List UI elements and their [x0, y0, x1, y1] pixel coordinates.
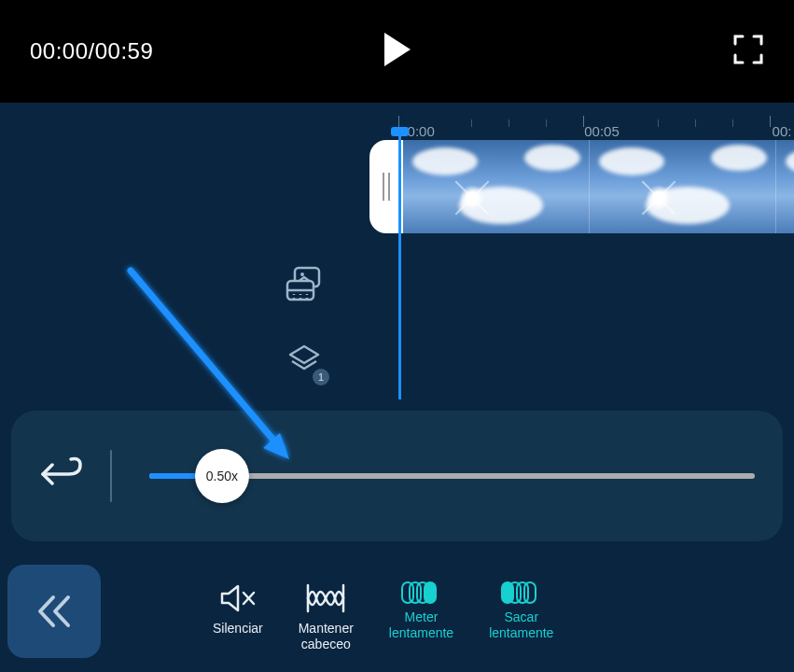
waveform-icon [304, 581, 347, 615]
ease-out-label: Sacar lentamente [489, 609, 553, 641]
total-time: 00:59 [95, 38, 154, 63]
chevrons-left-icon [33, 590, 76, 633]
media-tracks-button[interactable] [284, 266, 325, 307]
speed-control-panel: 0.50x [11, 411, 783, 541]
svg-point-1 [300, 273, 304, 276]
player-topbar: 00:00/00:59 [0, 0, 794, 103]
timeline-area[interactable]: 00:00 00:05 00: [0, 103, 794, 401]
separator [110, 450, 112, 502]
collapse-panel-button[interactable] [7, 565, 101, 658]
mute-icon [218, 581, 258, 615]
ruler-label: 00:05 [584, 123, 620, 139]
layers-button[interactable]: 1 [286, 344, 322, 380]
fullscreen-icon [732, 34, 764, 65]
play-button[interactable] [381, 31, 414, 72]
ease-in-icon [407, 581, 437, 604]
playback-time: 00:00/00:59 [30, 38, 153, 64]
layers-count-badge: 1 [313, 369, 329, 385]
ruler-label: 00: [773, 123, 792, 139]
clip-thumbnail [776, 140, 794, 233]
mute-option[interactable]: Silenciar [213, 581, 263, 637]
playhead[interactable] [398, 129, 401, 399]
video-editor-speed-screen: 00:00/00:59 00:00 00:05 00: [0, 0, 794, 672]
ease-out-option[interactable]: Sacar lentamente [489, 581, 553, 641]
back-button[interactable] [39, 455, 84, 497]
ease-in-label: Meter lentamente [389, 609, 453, 641]
mute-label: Silenciar [213, 621, 263, 637]
ease-out-icon [507, 581, 536, 604]
current-time: 00:00 [30, 38, 89, 63]
clip-thumbnail [403, 140, 590, 233]
speed-options-bar: Silenciar Mantener cabeceo Meter lentame… [0, 551, 794, 672]
back-arrow-icon [39, 455, 84, 493]
media-tracks-icon [284, 266, 325, 303]
clip-thumbnail [590, 140, 776, 233]
speed-slider-handle[interactable]: 0.50x [195, 449, 249, 503]
keep-pitch-option[interactable]: Mantener cabeceo [299, 581, 354, 652]
speed-options: Silenciar Mantener cabeceo Meter lentame… [101, 570, 794, 652]
clip-thumbnails [403, 140, 794, 233]
speed-value-label: 0.50x [206, 469, 238, 483]
fullscreen-button[interactable] [732, 34, 764, 69]
keep-pitch-label: Mantener cabeceo [299, 621, 354, 652]
ease-in-option[interactable]: Meter lentamente [389, 581, 453, 641]
speed-slider[interactable]: 0.50x [149, 457, 755, 495]
play-icon [381, 31, 414, 68]
video-clip[interactable] [369, 140, 794, 233]
